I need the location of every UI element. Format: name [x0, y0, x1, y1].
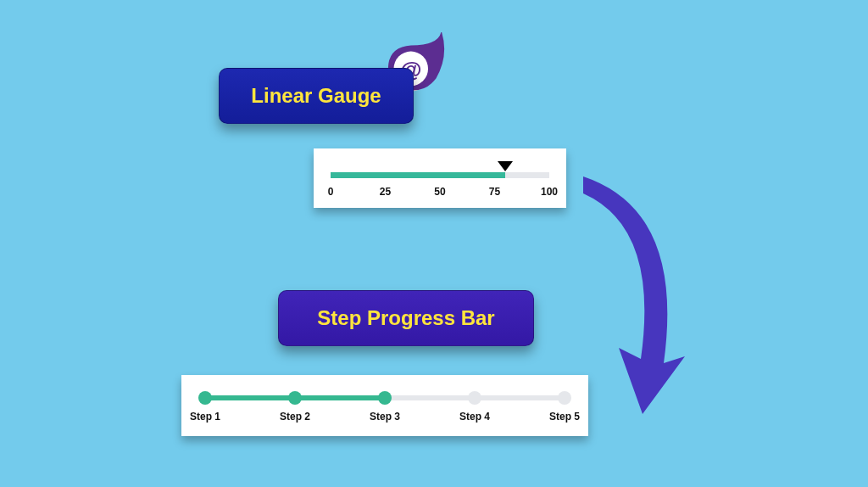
step-progress-dot: [468, 391, 481, 405]
step-progress-dot: [198, 391, 212, 405]
diagram-canvas: @ Linear Gauge 0255075100 Step Progress …: [0, 0, 868, 487]
linear-gauge-title: Linear Gauge: [251, 84, 381, 108]
step-progress-card: Step 1Step 2Step 3Step 4Step 5: [181, 375, 588, 436]
linear-gauge-tick-label: 25: [380, 186, 391, 198]
step-progress-label: Step 1: [190, 411, 220, 423]
step-progress-label: Step 2: [280, 411, 310, 423]
linear-gauge-tick-label: 50: [434, 186, 445, 198]
linear-gauge-track: [331, 172, 549, 178]
step-progress-segment: [295, 395, 385, 400]
step-progress-segment: [205, 395, 295, 400]
step-progress-track: Step 1Step 2Step 3Step 4Step 5: [205, 395, 565, 400]
step-progress-title-badge: Step Progress Bar: [278, 290, 534, 346]
linear-gauge-ticks: 0255075100: [331, 186, 549, 203]
linear-gauge-tick-label: 0: [328, 186, 334, 198]
linear-gauge-card: 0255075100: [314, 148, 566, 208]
step-progress-segment: [475, 395, 565, 400]
arrow-icon: [566, 160, 702, 423]
step-progress-dot: [378, 391, 392, 405]
linear-gauge-title-badge: Linear Gauge: [219, 68, 414, 124]
step-progress-dot: [288, 391, 302, 405]
step-progress-label: Step 4: [459, 411, 490, 423]
linear-gauge-tick-label: 100: [541, 186, 558, 198]
step-progress-label: Step 3: [370, 411, 400, 423]
linear-gauge-tick-label: 75: [489, 186, 500, 198]
step-progress-segment: [385, 395, 475, 400]
linear-gauge-fill: [331, 172, 505, 178]
step-progress-title: Step Progress Bar: [317, 306, 494, 330]
linear-gauge-pointer-icon: [498, 161, 513, 171]
